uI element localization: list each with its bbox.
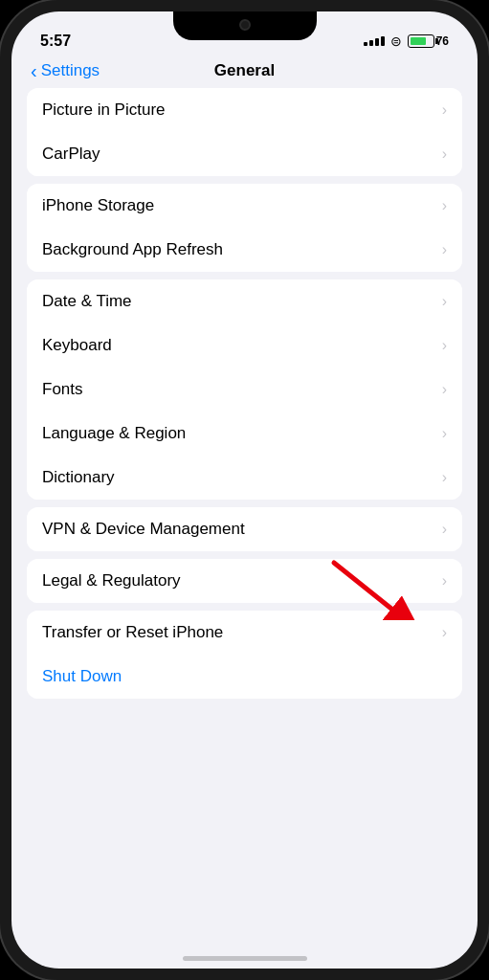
row-background-app-refresh[interactable]: Background App Refresh › [27, 228, 462, 272]
row-label-date-time: Date & Time [42, 292, 132, 311]
chevron-icon-iphone-storage: › [442, 197, 447, 214]
section-card-5: Legal & Regulatory › [27, 559, 462, 603]
chevron-icon-carplay: › [442, 145, 447, 163]
row-label-legal-regulatory: Legal & Regulatory [42, 571, 181, 590]
section-group-2: iPhone Storage › Background App Refresh … [11, 184, 478, 272]
row-dictionary[interactable]: Dictionary › [27, 456, 462, 500]
section-group-6: Transfer or Reset iPhone › Shut Down [11, 611, 478, 699]
phone-frame: 5:57 ⊜ 76 [0, 0, 489, 980]
row-label-keyboard: Keyboard [42, 336, 112, 355]
back-button[interactable]: ‹ Settings [31, 61, 100, 80]
row-iphone-storage[interactable]: iPhone Storage › [27, 184, 462, 228]
row-label-background-app-refresh: Background App Refresh [42, 240, 223, 259]
row-label-iphone-storage: iPhone Storage [42, 196, 154, 215]
row-carplay[interactable]: CarPlay › [27, 132, 462, 176]
page-title: General [214, 61, 275, 80]
section-card-2: iPhone Storage › Background App Refresh … [27, 184, 462, 272]
section-group-3: Date & Time › Keyboard › Fonts › Langu [11, 279, 478, 500]
chevron-icon-background-app-refresh: › [442, 241, 447, 258]
section-group-5: Legal & Regulatory › [11, 559, 478, 603]
row-date-time[interactable]: Date & Time › [27, 279, 462, 323]
chevron-icon-date-time: › [442, 293, 447, 310]
camera [239, 19, 251, 31]
phone-screen: 5:57 ⊜ 76 [11, 11, 478, 969]
row-label-shut-down: Shut Down [42, 667, 122, 686]
wifi-icon: ⊜ [390, 33, 402, 49]
chevron-icon-transfer-reset: › [442, 624, 447, 641]
row-label-transfer-reset: Transfer or Reset iPhone [42, 623, 223, 642]
row-shut-down[interactable]: Shut Down [27, 655, 462, 699]
battery-indicator: 76 [408, 34, 449, 48]
chevron-icon-language-region: › [442, 425, 447, 442]
section-card-3: Date & Time › Keyboard › Fonts › Langu [27, 279, 462, 500]
battery-percentage: 76 [436, 34, 449, 48]
row-label-fonts: Fonts [42, 380, 83, 399]
battery-fill [411, 37, 427, 45]
row-vpn-device[interactable]: VPN & Device Management › [27, 507, 462, 551]
signal-icon [364, 36, 385, 46]
chevron-icon-keyboard: › [442, 337, 447, 354]
section-card-1: Picture in Picture › CarPlay › [27, 88, 462, 176]
row-legal-regulatory[interactable]: Legal & Regulatory › [27, 559, 462, 603]
row-transfer-reset[interactable]: Transfer or Reset iPhone › [27, 611, 462, 655]
settings-list: Picture in Picture › CarPlay › iPhone St… [11, 88, 478, 969]
status-time: 5:57 [40, 33, 71, 50]
row-label-vpn-device: VPN & Device Management [42, 520, 245, 539]
chevron-icon-legal-regulatory: › [442, 572, 447, 590]
row-label-dictionary: Dictionary [42, 468, 115, 487]
row-picture-in-picture[interactable]: Picture in Picture › [27, 88, 462, 132]
section-group-1: Picture in Picture › CarPlay › [11, 88, 478, 176]
notch [173, 11, 317, 40]
row-label-pip: Picture in Picture [42, 100, 166, 120]
screen-content: ‹ Settings General Picture in Picture › [11, 57, 478, 969]
row-label-carplay: CarPlay [42, 145, 100, 164]
row-fonts[interactable]: Fonts › [27, 368, 462, 412]
nav-bar: ‹ Settings General [11, 57, 478, 88]
row-language-region[interactable]: Language & Region › [27, 412, 462, 456]
home-indicator [183, 956, 307, 961]
row-keyboard[interactable]: Keyboard › [27, 323, 462, 368]
row-label-language-region: Language & Region [42, 424, 186, 443]
chevron-icon-pip: › [442, 101, 447, 119]
section-group-4: VPN & Device Management › [11, 507, 478, 551]
back-chevron-icon: ‹ [31, 61, 37, 80]
chevron-icon-fonts: › [442, 381, 447, 398]
battery-body [408, 34, 434, 48]
status-icons: ⊜ 76 [364, 33, 449, 49]
section-card-6: Transfer or Reset iPhone › Shut Down [27, 611, 462, 699]
back-label: Settings [41, 61, 100, 80]
section-card-4: VPN & Device Management › [27, 507, 462, 551]
chevron-icon-dictionary: › [442, 469, 447, 486]
chevron-icon-vpn-device: › [442, 521, 447, 538]
